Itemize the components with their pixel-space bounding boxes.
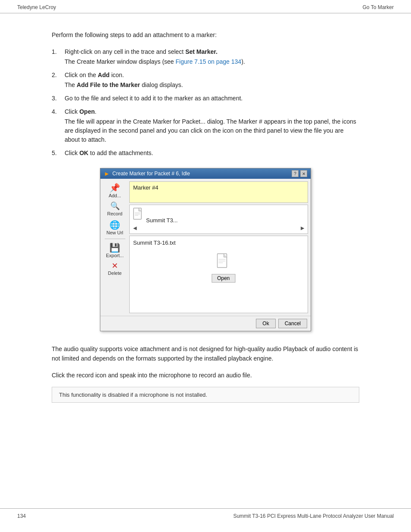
dialog-footer: Ok Cancel	[100, 316, 311, 331]
toolbar-export-label: Export...	[106, 253, 124, 258]
dialog-titlebar-left: ► Create Marker for Packet # 6, Idle	[104, 170, 190, 177]
dialog-title-icon: ►	[104, 170, 110, 177]
dialog-close-button[interactable]: ✕	[300, 170, 307, 177]
step-4-sub: The file will appear in the Create Marke…	[65, 117, 359, 144]
ok-button[interactable]: Ok	[256, 319, 275, 328]
step-1: 1. Right-click on any cell in the trace …	[52, 47, 359, 66]
toolbar-record-button[interactable]: 🔍 Record	[104, 200, 126, 218]
step-3-num: 3.	[52, 94, 65, 103]
dialog-help-button[interactable]: ?	[292, 170, 299, 177]
toolbar-add-label: Add...	[109, 193, 121, 198]
dialog-toolbar: 📌 Add... 🔍 Record 🌐 New Url	[103, 181, 127, 313]
post-dialog-para1: The audio quality supports voice attachm…	[52, 344, 359, 364]
step-1-num: 1.	[52, 47, 65, 66]
steps-list: 1. Right-click on any cell in the trace …	[52, 47, 359, 158]
post-dialog-para2: Click the record icon and speak into the…	[52, 370, 359, 380]
toolbar-delete-button[interactable]: ✕ Delete	[104, 260, 126, 277]
header-right: Go To Marker	[363, 4, 394, 10]
middle-file-icon	[133, 208, 143, 223]
note-box: This functionality is disabled if a micr…	[52, 387, 359, 403]
step-2-bold: Add	[98, 72, 109, 78]
marker-label: Marker #4	[133, 184, 159, 191]
note-text: This functionality is disabled if a micr…	[59, 392, 207, 398]
toolbar-add-button[interactable]: 📌 Add...	[104, 181, 126, 199]
step-5-num: 5.	[52, 149, 65, 158]
bottom-file-name: Summit T3-16.txt	[133, 240, 304, 246]
toolbar-newuri-button[interactable]: 🌐 New Url	[104, 218, 126, 236]
panel-middle: Summit T3... ◀ ▶	[129, 205, 308, 234]
step-5-bold: OK	[79, 149, 88, 156]
step-3-content: Go to the file and select it to add it t…	[65, 94, 359, 103]
step-4-content: Click Open. The file will appear in the …	[65, 107, 359, 144]
dialog-controls: ? ✕	[292, 170, 307, 177]
open-button[interactable]: Open	[212, 274, 235, 283]
header-left: Teledyne LeCroy	[17, 4, 56, 10]
dialog-body: 📌 Add... 🔍 Record 🌐 New Url	[100, 179, 311, 316]
step-4-num: 4.	[52, 107, 65, 144]
page-footer: 134 Summit T3-16 PCI Express Multi-Lane …	[0, 508, 411, 523]
toolbar-delete-label: Delete	[108, 271, 122, 276]
step-2: 2. Click on the Add icon. The Add File t…	[52, 71, 359, 90]
footer-page-number: 134	[17, 513, 26, 519]
step-2-content: Click on the Add icon. The Add File to t…	[65, 71, 359, 90]
export-icon: 💾	[109, 243, 120, 253]
step-1-content: Right-click on any cell in the trace and…	[65, 47, 359, 66]
step-2-sub-bold: Add File to the Marker	[77, 81, 140, 88]
panel-top: Marker #4	[129, 181, 308, 203]
dialog-title-text: Create Marker for Packet # 6, Idle	[112, 171, 190, 177]
step-5-content: Click OK to add the attachments.	[65, 149, 359, 158]
main-content: Perform the following steps to add an at…	[0, 13, 411, 420]
step-4: 4. Click Open. The file will appear in t…	[52, 107, 359, 144]
step-5: 5. Click OK to add the attachments.	[52, 149, 359, 158]
dialog-panels: Marker #4	[129, 181, 308, 313]
open-sub-panel: Open	[212, 253, 235, 283]
scroll-left-arrow[interactable]: ◀	[133, 225, 137, 231]
page-header: Teledyne LeCroy Go To Marker	[0, 0, 411, 13]
dialog-window: ► Create Marker for Packet # 6, Idle ? ✕…	[100, 168, 311, 331]
record-icon: 🔍	[110, 202, 120, 211]
scroll-right-arrow[interactable]: ▶	[301, 225, 304, 231]
dialog-titlebar: ► Create Marker for Packet # 6, Idle ? ✕	[100, 168, 311, 179]
figure-link[interactable]: Figure 7.15 on page 134	[176, 58, 242, 65]
cancel-button[interactable]: Cancel	[278, 319, 307, 328]
step-1-sub: The Create Marker window displays (see F…	[65, 57, 359, 66]
toolbar-export-button[interactable]: 💾 Export...	[104, 241, 126, 259]
footer-doc-title: Summit T3-16 PCI Express Multi-Lane Prot…	[233, 513, 394, 519]
panel-bottom: Summit T3-16.txt	[129, 236, 308, 313]
toolbar-divider	[105, 239, 125, 239]
middle-file-name: Summit T3...	[146, 217, 177, 224]
toolbar-newuri-label: New Url	[106, 230, 123, 235]
step-4-bold: Open	[79, 108, 95, 115]
add-icon: 📌	[109, 183, 120, 193]
panel-middle-scroll: ◀ ▶	[133, 225, 304, 231]
step-1-bold: Set Marker.	[185, 48, 218, 55]
toolbar-record-label: Record	[107, 211, 122, 216]
newuri-icon: 🌐	[109, 220, 120, 230]
step-2-sub: The Add File to the Marker dialog displa…	[65, 81, 359, 90]
dialog-container: ► Create Marker for Packet # 6, Idle ? ✕…	[52, 168, 359, 331]
intro-paragraph: Perform the following steps to add an at…	[52, 31, 359, 40]
step-2-num: 2.	[52, 71, 65, 90]
open-file-icon	[217, 253, 230, 271]
step-3: 3. Go to the file and select it to add i…	[52, 94, 359, 103]
delete-icon: ✕	[112, 261, 118, 271]
